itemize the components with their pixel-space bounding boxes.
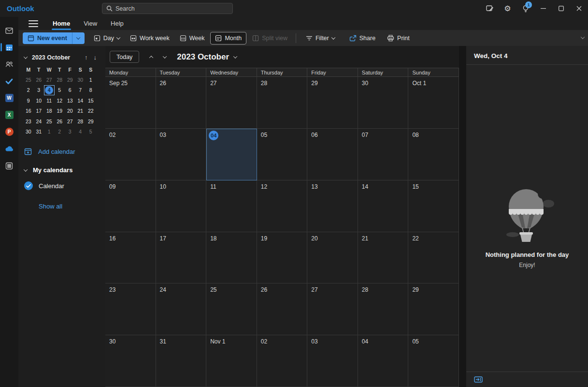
mini-calendar-next-icon[interactable]: ↓ — [94, 54, 97, 61]
calendar-day-cell[interactable]: 14 — [358, 180, 409, 232]
mini-calendar-date[interactable]: 30 — [75, 74, 86, 85]
dock-panel-icon[interactable] — [474, 376, 483, 383]
calendar-day-cell[interactable]: 04 — [358, 335, 409, 387]
mini-calendar-date[interactable]: 28 — [55, 74, 65, 85]
ribbon-collapse-chevron-icon[interactable] — [581, 35, 585, 39]
rail-item-word[interactable]: W — [0, 89, 18, 106]
calendar-list-item[interactable]: Calendar — [24, 181, 105, 190]
calendar-day-cell[interactable]: 09 — [105, 180, 156, 232]
close-button[interactable] — [570, 0, 588, 17]
mini-calendar-date[interactable]: 25 — [23, 74, 34, 85]
share-button[interactable]: Share — [345, 32, 380, 45]
calendar-day-cell[interactable]: 18 — [206, 232, 257, 284]
calendar-day-cell[interactable]: 21 — [358, 232, 409, 284]
calendar-day-cell[interactable]: 23 — [105, 283, 156, 335]
calendar-day-cell[interactable]: Sep 25 — [105, 77, 156, 129]
calendar-day-cell[interactable]: 26 — [257, 283, 308, 335]
calendar-day-cell[interactable]: 12 — [257, 180, 308, 232]
calendar-day-cell[interactable]: 27 — [206, 77, 257, 129]
mini-calendar-date[interactable]: 16 — [23, 106, 34, 117]
calendar-day-cell[interactable]: 07 — [358, 129, 409, 180]
mini-calendar-date[interactable]: 29 — [65, 74, 75, 85]
mini-calendar-date[interactable]: 2 — [55, 127, 65, 137]
calendar-day-cell[interactable]: Oct 1 — [408, 77, 459, 129]
mini-calendar-date[interactable]: 21 — [75, 106, 86, 117]
view-month-button[interactable]: Month — [210, 32, 246, 45]
mini-calendar-date[interactable]: 24 — [34, 116, 44, 127]
calendar-day-cell[interactable]: 11 — [206, 180, 257, 232]
view-week-button[interactable]: Week — [175, 32, 209, 45]
mini-calendar-date[interactable]: 13 — [65, 95, 75, 106]
calendar-day-cell[interactable]: 27 — [307, 283, 358, 335]
rail-item-to-do[interactable] — [0, 73, 18, 89]
rail-item-onedrive[interactable] — [0, 140, 18, 157]
next-month-chevron-icon[interactable] — [163, 54, 167, 58]
calendar-day-cell[interactable]: 06 — [307, 129, 358, 180]
calendar-day-cell[interactable]: 03 — [156, 129, 207, 180]
mini-calendar-date[interactable]: 1 — [86, 74, 96, 85]
mini-calendar-date[interactable]: 3 — [34, 85, 44, 96]
show-all-link[interactable]: Show all — [39, 203, 105, 210]
calendar-day-cell[interactable]: 19 — [257, 232, 308, 284]
mini-calendar-date[interactable]: 1 — [44, 127, 55, 137]
calendar-day-cell[interactable]: 16 — [105, 232, 156, 284]
calendar-day-cell[interactable]: 03 — [307, 335, 358, 387]
mini-calendar-date[interactable]: 12 — [55, 95, 65, 106]
mini-calendar-date[interactable]: 28 — [75, 116, 86, 127]
mini-calendar-prev-icon[interactable]: ↑ — [85, 54, 88, 61]
calendar-day-cell[interactable]: Nov 1 — [206, 335, 257, 387]
mini-calendar-date[interactable]: 17 — [34, 106, 44, 117]
rail-item-powerpoint[interactable]: P — [0, 123, 18, 140]
feedback-icon[interactable] — [481, 0, 499, 17]
hamburger-menu-icon[interactable] — [29, 20, 38, 27]
new-event-dropdown[interactable] — [72, 32, 85, 44]
calendar-day-cell[interactable]: 29 — [408, 283, 459, 335]
calendar-day-cell[interactable]: 02 — [105, 129, 156, 180]
maximize-button[interactable] — [552, 0, 570, 17]
mini-calendar-date[interactable]: 27 — [65, 116, 75, 127]
mini-calendar-date[interactable]: 2 — [23, 85, 34, 96]
mini-calendar-date[interactable]: 18 — [44, 106, 55, 117]
calendar-day-cell[interactable]: 15 — [408, 180, 459, 232]
mini-calendar-date[interactable]: 8 — [86, 85, 96, 96]
mini-calendar-date[interactable]: 19 — [55, 106, 65, 117]
tab-view[interactable]: View — [77, 17, 104, 30]
mini-calendar-date[interactable]: 10 — [34, 95, 44, 106]
search-box[interactable] — [102, 3, 233, 14]
settings-gear-icon[interactable]: ⚙ — [499, 0, 516, 17]
calendar-day-cell[interactable]: 26 — [156, 77, 207, 129]
view-work-week-button[interactable]: Work week — [126, 32, 174, 45]
rail-item-more-apps[interactable] — [0, 157, 18, 174]
calendar-day-cell[interactable]: 05 — [408, 335, 459, 387]
mini-calendar-date[interactable]: 22 — [86, 106, 96, 117]
mini-calendar-date[interactable]: 25 — [44, 116, 55, 127]
rail-item-excel[interactable]: X — [0, 106, 18, 123]
month-title[interactable]: 2023 October — [177, 52, 237, 62]
calendar-day-cell[interactable]: 29 — [307, 77, 358, 129]
calendar-day-cell[interactable]: 31 — [156, 335, 207, 387]
rail-item-calendar[interactable] — [0, 39, 18, 56]
search-input[interactable] — [115, 5, 232, 12]
tips-lightbulb-icon[interactable]: 1 — [516, 0, 534, 17]
mini-calendar-date[interactable]: 4 — [75, 127, 86, 137]
calendar-day-cell[interactable]: 30 — [358, 77, 409, 129]
calendar-day-cell-selected[interactable]: 04 — [206, 129, 257, 180]
my-calendars-header[interactable]: My calendars — [24, 166, 105, 174]
tab-home[interactable]: Home — [46, 17, 77, 30]
calendar-day-cell[interactable]: 25 — [206, 283, 257, 335]
mini-calendar-date[interactable]: 5 — [86, 127, 96, 137]
mini-calendar-date[interactable]: 30 — [23, 127, 34, 137]
view-split-view-button[interactable]: Split view — [248, 32, 292, 45]
calendar-day-cell[interactable]: 17 — [156, 232, 207, 284]
mini-calendar-date[interactable]: 6 — [65, 85, 75, 96]
today-button[interactable]: Today — [110, 51, 139, 63]
mini-calendar-date[interactable]: 27 — [44, 74, 55, 85]
mini-calendar-date[interactable]: 5 — [55, 85, 65, 96]
rail-item-people[interactable] — [0, 56, 18, 73]
calendar-day-cell[interactable]: 10 — [156, 180, 207, 232]
mini-calendar-date[interactable]: 11 — [44, 95, 55, 106]
mini-calendar-date[interactable]: 26 — [34, 74, 44, 85]
previous-month-chevron-icon[interactable] — [149, 56, 153, 60]
calendar-day-cell[interactable]: 08 — [408, 129, 459, 180]
calendar-day-cell[interactable]: 24 — [156, 283, 207, 335]
